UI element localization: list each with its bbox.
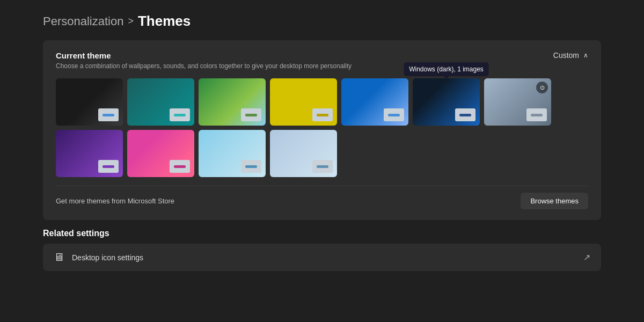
card-right[interactable]: Custom ∧ <box>553 51 588 60</box>
breadcrumb: Personalization > Themes <box>43 13 601 30</box>
breadcrumb-parent[interactable]: Personalization <box>43 14 123 28</box>
theme-mini-window-11 <box>312 160 333 173</box>
card-description: Choose a combination of wallpapers, soun… <box>56 62 352 70</box>
theme-mini-window-8 <box>98 160 119 173</box>
theme-mini-bar-11 <box>317 165 328 168</box>
theme-bg-10 <box>199 130 266 177</box>
theme-mini-window-3 <box>241 108 261 121</box>
theme-item-2[interactable] <box>127 78 194 126</box>
theme-item-10[interactable] <box>199 130 266 177</box>
theme-bg-8 <box>56 130 123 177</box>
theme-mini-bar-6 <box>459 114 471 116</box>
theme-bg-9 <box>127 130 194 177</box>
theme-mini-bar-4 <box>317 114 328 116</box>
theme-item-9[interactable] <box>127 130 194 177</box>
theme-mini-bar-1 <box>103 114 114 116</box>
card-header: Current theme Choose a combination of wa… <box>56 51 588 70</box>
monitor-icon: 🖥 <box>54 251 64 264</box>
breadcrumb-separator: > <box>128 16 134 27</box>
current-theme-card: Current theme Choose a combination of wa… <box>43 40 601 220</box>
theme-mini-bar-3 <box>245 114 257 116</box>
theme-bg-3 <box>199 78 266 126</box>
card-title: Current theme <box>56 51 352 60</box>
theme-mini-window-4 <box>312 108 333 121</box>
camera-icon: ⊙ <box>536 82 548 93</box>
theme-item-3[interactable] <box>199 78 266 126</box>
theme-bg-11 <box>270 130 337 177</box>
theme-item-11[interactable] <box>270 130 337 177</box>
theme-mini-bar-5 <box>388 114 400 116</box>
browse-themes-button[interactable]: Browse themes <box>521 193 588 209</box>
theme-mini-bar-2 <box>174 114 186 116</box>
theme-item-5[interactable] <box>341 78 408 126</box>
theme-mini-window-1 <box>98 108 119 121</box>
settings-item-left: 🖥 Desktop icon settings <box>54 251 143 264</box>
related-settings-title: Related settings <box>43 229 601 238</box>
theme-mini-bar-7 <box>531 114 543 116</box>
theme-mini-window-6 <box>455 108 475 121</box>
theme-bg-2 <box>127 78 194 126</box>
theme-bg-4 <box>270 78 337 126</box>
chevron-up-icon: ∧ <box>583 52 588 59</box>
theme-item-1[interactable] <box>56 78 123 126</box>
theme-mini-window-2 <box>170 108 190 121</box>
card-footer: Get more themes from Microsoft Store Bro… <box>56 186 588 209</box>
theme-bg-5 <box>341 78 408 126</box>
footer-text: Get more themes from Microsoft Store <box>56 197 174 205</box>
external-link-icon: ↗ <box>583 252 590 262</box>
theme-mini-window-5 <box>384 108 404 121</box>
current-theme-label: Custom <box>553 51 579 60</box>
desktop-icon-settings-item[interactable]: 🖥 Desktop icon settings ↗ <box>43 244 601 271</box>
page-container: Personalization > Themes Current theme C… <box>0 0 644 284</box>
theme-mini-bar-9 <box>174 165 186 168</box>
related-settings-section: Related settings 🖥 Desktop icon settings… <box>43 229 601 271</box>
theme-item-8[interactable] <box>56 130 123 177</box>
theme-mini-window-9 <box>170 160 190 173</box>
theme-item-4[interactable] <box>270 78 337 126</box>
theme-mini-window-10 <box>241 160 261 173</box>
theme-mini-bar-10 <box>245 165 257 168</box>
theme-bg-1 <box>56 78 123 126</box>
card-title-area: Current theme Choose a combination of wa… <box>56 51 352 70</box>
theme-item-7[interactable]: ⊙ <box>484 78 551 126</box>
theme-bg-6 <box>413 78 480 126</box>
themes-grid: Windows (dark), 1 images ⊙ <box>56 78 588 177</box>
theme-item-6[interactable]: Windows (dark), 1 images <box>413 78 480 126</box>
themes-row-1: Windows (dark), 1 images ⊙ <box>56 78 588 126</box>
settings-item-label: Desktop icon settings <box>72 253 143 262</box>
breadcrumb-current: Themes <box>138 13 191 30</box>
theme-bg-7: ⊙ <box>484 78 551 126</box>
theme-mini-window-7 <box>526 108 547 121</box>
theme-mini-bar-8 <box>103 165 114 168</box>
themes-row-2 <box>56 130 588 177</box>
